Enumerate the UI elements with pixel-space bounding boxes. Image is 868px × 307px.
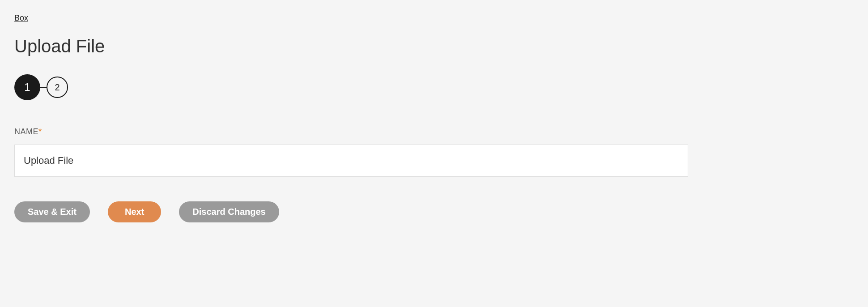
step-1[interactable]: 1	[14, 74, 40, 100]
next-button[interactable]: Next	[108, 201, 161, 222]
name-input[interactable]	[14, 145, 688, 177]
page-title: Upload File	[14, 36, 854, 56]
step-connector	[40, 87, 47, 88]
save-exit-button[interactable]: Save & Exit	[14, 201, 90, 222]
name-field-group: NAME*	[14, 127, 854, 177]
name-field-label: NAME*	[14, 127, 854, 136]
required-asterisk: *	[38, 127, 42, 136]
breadcrumb-box-link[interactable]: Box	[14, 13, 28, 23]
name-label-text: NAME	[14, 127, 38, 136]
discard-changes-button[interactable]: Discard Changes	[179, 201, 279, 222]
stepper: 1 2	[14, 74, 854, 100]
step-2[interactable]: 2	[47, 77, 68, 98]
action-button-row: Save & Exit Next Discard Changes	[14, 201, 854, 222]
